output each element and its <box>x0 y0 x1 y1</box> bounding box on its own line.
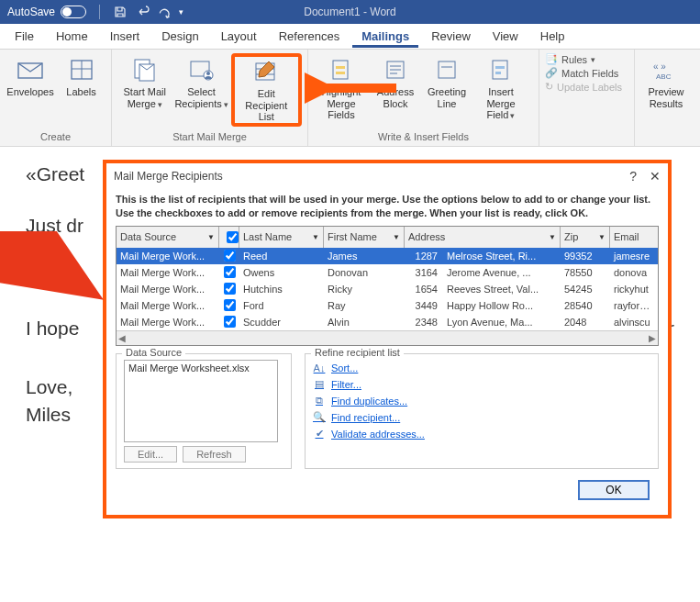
edit-list-icon <box>250 57 282 86</box>
recipients-grid: Data Source▼ Last Name▼ First Name▼ Addr… <box>116 226 659 346</box>
refresh-datasource-button: Refresh <box>183 446 246 463</box>
autosave-label: AutoSave <box>7 6 55 18</box>
svg-text:ABC: ABC <box>656 72 672 81</box>
edit-recipient-list-button[interactable]: Edit Recipient List <box>231 53 302 127</box>
tab-insert[interactable]: Insert <box>101 26 150 47</box>
svg-rect-13 <box>336 66 345 69</box>
svg-rect-23 <box>495 72 501 74</box>
envelopes-button[interactable]: Envelopes <box>6 53 55 98</box>
row-checkbox[interactable] <box>224 250 236 262</box>
insert-merge-field-button[interactable]: Insert Merge Field <box>473 53 528 121</box>
group-label-start-merge: Start Mail Merge <box>112 129 307 146</box>
labels-icon <box>66 55 97 84</box>
toggle-off-icon <box>61 6 86 18</box>
dialog-title: Mail Merge Recipients <box>114 170 223 183</box>
table-row[interactable]: Mail Merge Work...HutchinsRicky1654Reeve… <box>117 281 658 297</box>
svg-rect-5 <box>139 64 154 81</box>
find-icon: 🔍 <box>313 411 326 424</box>
mail-merge-recipients-dialog: Mail Merge Recipients ? ✕ This is the li… <box>103 160 672 518</box>
data-source-label: Data Source <box>122 347 185 358</box>
col-first-name[interactable]: First Name▼ <box>324 227 405 248</box>
annotation-arrow-document <box>0 231 110 305</box>
autosave-toggle[interactable]: AutoSave <box>7 6 86 18</box>
tab-references[interactable]: References <box>270 26 349 47</box>
greeting-icon <box>431 55 462 84</box>
undo-icon[interactable] <box>135 5 150 19</box>
row-checkbox[interactable] <box>224 316 236 328</box>
tab-home[interactable]: Home <box>47 26 97 47</box>
start-mail-merge-button[interactable]: Start Mail Merge <box>117 53 172 109</box>
tab-review[interactable]: Review <box>422 26 480 47</box>
svg-rect-21 <box>493 61 507 79</box>
row-checkbox[interactable] <box>224 299 236 311</box>
select-recipients-button[interactable]: Select Recipients <box>174 53 229 109</box>
table-row[interactable]: Mail Merge Work...ScudderAlvin2348Lyon A… <box>117 314 658 330</box>
refine-panel: Refine recipient list A↓Sort... ▤Filter.… <box>305 353 659 469</box>
preview-results-button[interactable]: « »ABC Preview Results <box>640 53 692 109</box>
rules-icon: 📑 <box>545 53 558 65</box>
redo-icon[interactable] <box>157 5 172 19</box>
save-icon[interactable] <box>113 5 128 19</box>
refine-label: Refine recipient list <box>311 347 404 358</box>
filter-link[interactable]: ▤Filter... <box>313 378 650 391</box>
table-row[interactable]: Mail Merge Work...FordRay3449Happy Hollo… <box>117 297 658 314</box>
tab-help[interactable]: Help <box>531 26 574 47</box>
data-source-panel: Data Source Mail Merge Worksheet.xlsx Ed… <box>116 353 292 469</box>
update-icon: ↻ <box>545 81 553 93</box>
qat-overflow-icon[interactable]: ▾ <box>179 7 183 17</box>
close-icon[interactable]: ✕ <box>650 169 661 184</box>
validate-icon: ✔ <box>313 428 326 440</box>
col-email[interactable]: Email <box>610 227 658 248</box>
validate-link[interactable]: ✔Validate addresses... <box>313 428 650 440</box>
dialog-instruction-1: This is the list of recipients that will… <box>116 194 650 205</box>
update-labels-button: ↻Update Labels <box>545 81 628 93</box>
table-row[interactable]: Mail Merge Work...OwensDonovan3164Jerome… <box>117 264 658 281</box>
sort-icon: A↓ <box>313 362 326 374</box>
help-icon[interactable]: ? <box>629 169 637 184</box>
col-checkbox[interactable] <box>219 227 239 248</box>
svg-text:« »: « » <box>653 61 666 72</box>
row-checkbox[interactable] <box>224 283 236 295</box>
tab-layout[interactable]: Layout <box>212 26 266 47</box>
col-last-name[interactable]: Last Name▼ <box>239 227 324 248</box>
row-checkbox[interactable] <box>224 266 236 278</box>
title-bar: AutoSave ▾ Document1 - Word <box>0 0 700 24</box>
duplicates-icon: ⧉ <box>313 395 326 407</box>
col-data-source[interactable]: Data Source▼ <box>117 227 219 248</box>
data-source-listbox[interactable]: Mail Merge Worksheet.xlsx <box>124 360 278 442</box>
sort-link[interactable]: A↓Sort... <box>313 362 650 374</box>
filter-icon: ▤ <box>313 378 326 391</box>
match-icon: 🔗 <box>545 67 558 79</box>
recipients-icon <box>186 55 217 84</box>
col-address[interactable]: Address▼ <box>405 227 561 248</box>
tab-view[interactable]: View <box>483 26 528 47</box>
col-zip[interactable]: Zip▼ <box>561 227 610 248</box>
insert-field-icon <box>485 55 517 84</box>
svg-point-8 <box>206 72 210 75</box>
match-fields-button[interactable]: 🔗Match Fields <box>545 67 628 79</box>
svg-rect-19 <box>439 61 455 78</box>
preview-icon: « »ABC <box>650 55 682 84</box>
tab-mailings[interactable]: Mailings <box>352 26 418 48</box>
group-label-create: Create <box>0 129 111 146</box>
edit-datasource-button: Edit... <box>124 446 177 463</box>
find-recipient-link[interactable]: 🔍Find recipient... <box>313 411 650 424</box>
tab-design[interactable]: Design <box>152 26 207 47</box>
annotation-arrow-ribbon <box>305 70 406 106</box>
envelope-icon <box>15 55 46 84</box>
window-title: Document1 - Word <box>304 6 395 18</box>
dialog-instruction-2: Use the checkboxes to add or remove reci… <box>116 207 588 218</box>
greeting-line-button[interactable]: Greeting Line <box>422 53 472 109</box>
ok-button[interactable]: OK <box>578 480 650 500</box>
doc-line-4: I hope <box>26 318 79 340</box>
rules-button[interactable]: 📑Rules▾ <box>545 53 628 65</box>
group-label-write-insert: Write & Insert Fields <box>308 129 539 146</box>
svg-rect-22 <box>495 66 505 69</box>
mail-merge-icon <box>129 55 161 84</box>
find-duplicates-link[interactable]: ⧉Find duplicates... <box>313 395 650 407</box>
svg-line-27 <box>7 239 88 290</box>
table-row[interactable]: Mail Merge Work...ReedJames1287Melrose S… <box>117 248 658 264</box>
labels-button[interactable]: Labels <box>57 53 106 98</box>
horizontal-scrollbar[interactable]: ◀▶ <box>117 330 658 345</box>
tab-file[interactable]: File <box>6 26 43 47</box>
